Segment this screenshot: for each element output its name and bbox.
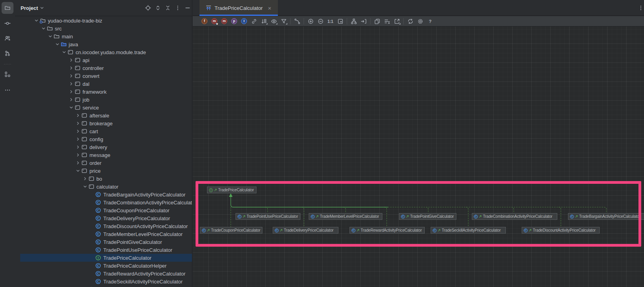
tab-list-options-icon[interactable]: [638, 5, 644, 11]
apply-current-layout-icon[interactable]: [350, 18, 357, 25]
chevron-collapsed-icon[interactable]: [68, 57, 74, 63]
chevron-expanded-icon[interactable]: [75, 168, 81, 174]
chevron-collapsed-icon[interactable]: [75, 136, 81, 142]
tree-item-config[interactable]: config: [15, 135, 192, 143]
chevron-expanded-icon[interactable]: [61, 49, 67, 55]
chevron-expanded-icon[interactable]: [54, 41, 61, 47]
tree-item-java[interactable]: java: [15, 40, 192, 48]
actual-size-icon[interactable]: 1:1: [327, 18, 334, 25]
editor-area: TradePriceCalculator × fm★mpI1:1? ITrade…: [193, 0, 644, 287]
zoom-out-icon[interactable]: [317, 18, 324, 25]
panel-options-icon[interactable]: [175, 5, 181, 11]
visibility-level-icon[interactable]: [270, 18, 277, 25]
help-icon[interactable]: ?: [427, 18, 433, 25]
close-tab-icon[interactable]: ×: [268, 5, 272, 11]
show-properties-icon[interactable]: p: [231, 18, 237, 25]
tree-item-TradeCouponPriceCalculator[interactable]: CTradeCouponPriceCalculator: [15, 206, 192, 214]
chevron-collapsed-icon[interactable]: [68, 89, 74, 95]
hide-panel-icon[interactable]: [184, 5, 191, 11]
commit-icon[interactable]: [2, 17, 13, 29]
chevron-collapsed-icon[interactable]: [75, 152, 81, 158]
pull-requests-icon[interactable]: [2, 47, 13, 59]
structure-icon[interactable]: [2, 68, 13, 80]
more-tools-icon[interactable]: [2, 84, 13, 96]
tree-item-TradePriceCalculator[interactable]: ITradePriceCalculator: [15, 254, 192, 262]
sort-members-icon[interactable]: [260, 18, 267, 25]
tab-trade-price-calculator[interactable]: TradePriceCalculator ×: [199, 0, 278, 16]
tree-item-src[interactable]: src: [15, 25, 192, 32]
show-dependencies-icon[interactable]: [294, 18, 300, 25]
project-dropdown[interactable]: Project: [21, 5, 45, 11]
chevron-collapsed-icon[interactable]: [68, 73, 74, 79]
svg-text:C: C: [97, 248, 99, 252]
tree-item-main[interactable]: main: [15, 32, 192, 40]
show-constructors-icon[interactable]: m★: [211, 18, 218, 25]
tree-item-framework[interactable]: framework: [15, 88, 192, 96]
tree-item-label: TradeCouponPriceCalculator: [103, 208, 169, 213]
zoom-in-icon[interactable]: [307, 18, 314, 25]
collapse-all-icon[interactable]: [165, 5, 171, 11]
diagram-settings-icon[interactable]: [417, 18, 424, 25]
tree-item-bo[interactable]: bo: [15, 175, 192, 183]
chevron-collapsed-icon[interactable]: [68, 81, 74, 87]
tree-item-TradeDeliveryPriceCalculator[interactable]: CTradeDeliveryPriceCalculator: [15, 214, 192, 222]
route-edges-icon[interactable]: [360, 18, 367, 25]
chevron-expanded-icon[interactable]: [33, 17, 40, 24]
chevron-collapsed-icon[interactable]: [75, 160, 81, 166]
tree-item-TradeSeckillActivityPriceCalculator[interactable]: CTradeSeckillActivityPriceCalculator: [15, 278, 192, 285]
tree-item-dal[interactable]: dal: [15, 80, 192, 88]
filter-dependencies-icon[interactable]: [280, 18, 287, 25]
tree-item-job[interactable]: job: [15, 96, 192, 104]
tree-item-TradeRewardActivityPriceCalculator[interactable]: CTradeRewardActivityPriceCalculator: [15, 270, 192, 278]
chevron-expanded-icon[interactable]: [82, 183, 88, 190]
tree-item-price[interactable]: price: [15, 167, 192, 175]
tree-item-convert[interactable]: convert: [15, 72, 192, 80]
chevron-collapsed-icon[interactable]: [75, 120, 81, 127]
tree-item-TradeMemberLevelPriceCalculator[interactable]: CTradeMemberLevelPriceCalculator: [15, 230, 192, 238]
tree-item-TradeCombinationActivityPriceCalculator[interactable]: CTradeCombinationActivityPriceCalculator: [15, 198, 192, 206]
show-fields-icon[interactable]: f: [201, 18, 208, 25]
tree-item-TradePriceCalculatorHelper[interactable]: CTradePriceCalculatorHelper: [15, 262, 192, 270]
tree-item-yudao-module-trade-biz[interactable]: yudao-module-trade-biz: [15, 17, 192, 25]
diagram-canvas[interactable]: ITradePriceCalculatorCTradePointUsePrice…: [193, 26, 644, 287]
project-icon[interactable]: [2, 2, 13, 14]
tree-item-api[interactable]: api: [15, 56, 192, 64]
tree-item-TradeDiscountActivityPriceCalculator[interactable]: CTradeDiscountActivityPriceCalculator: [15, 222, 192, 230]
code-with-me-icon[interactable]: ?: [2, 32, 13, 44]
refresh-diagram-icon[interactable]: [407, 18, 414, 25]
tree-item-label: src: [55, 26, 62, 32]
chevron-collapsed-icon[interactable]: [75, 112, 81, 119]
tree-item-service[interactable]: service: [15, 104, 192, 111]
edge-creation-mode-icon[interactable]: [251, 18, 257, 25]
chevron-expanded-icon[interactable]: [47, 33, 53, 40]
copy-diagram-icon[interactable]: [374, 18, 380, 25]
chevron-collapsed-icon[interactable]: [75, 144, 81, 150]
show-methods-icon[interactable]: m: [221, 18, 228, 25]
tree-item-message[interactable]: message: [15, 151, 192, 159]
fit-content-icon[interactable]: [337, 18, 344, 25]
tree-item-brokerage[interactable]: brokerage: [15, 119, 192, 127]
expand-all-icon[interactable]: [155, 5, 161, 11]
tree-item-TradePointGiveCalculator[interactable]: CTradePointGiveCalculator: [15, 238, 192, 246]
package-icon: [67, 49, 74, 55]
chevron-collapsed-icon[interactable]: [68, 65, 74, 71]
tree-item-calculator[interactable]: calculator: [15, 183, 192, 191]
chevron-expanded-icon[interactable]: [40, 25, 47, 32]
tree-item-order[interactable]: order: [15, 159, 192, 167]
tree-item-cart[interactable]: cart: [15, 127, 192, 135]
tree-item-delivery[interactable]: delivery: [15, 143, 192, 151]
copy-to-text-icon[interactable]: [384, 18, 390, 25]
tree-item-controller[interactable]: controller: [15, 64, 192, 72]
chevron-expanded-icon[interactable]: [68, 104, 74, 111]
chevron-collapsed-icon[interactable]: [82, 176, 88, 182]
locate-file-icon[interactable]: [145, 5, 151, 11]
tree-item-TradePointUsePriceCalculator[interactable]: CTradePointUsePriceCalculator: [15, 246, 192, 254]
tree-item-partial[interactable]: I: [15, 285, 192, 287]
tree-item-cn.iocoder.yudao.module.trade[interactable]: cn.iocoder.yudao.module.trade: [15, 48, 192, 56]
tree-item-TradeBargainActivityPriceCalculator[interactable]: CTradeBargainActivityPriceCalculator: [15, 191, 192, 198]
chevron-collapsed-icon[interactable]: [75, 128, 81, 134]
tree-item-aftersale[interactable]: aftersale: [15, 111, 192, 119]
chevron-collapsed-icon[interactable]: [68, 96, 74, 103]
show-inner-classes-icon[interactable]: I: [241, 18, 247, 25]
export-diagram-icon[interactable]: [393, 18, 400, 25]
